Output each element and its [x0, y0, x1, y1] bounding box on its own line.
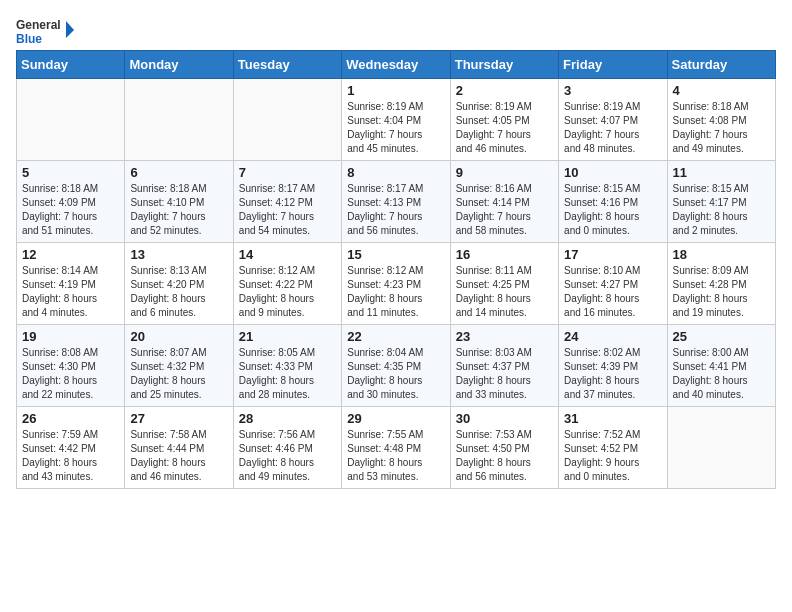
- day-number: 3: [564, 83, 661, 98]
- svg-marker-2: [66, 21, 74, 38]
- calendar-cell: 9Sunrise: 8:16 AM Sunset: 4:14 PM Daylig…: [450, 161, 558, 243]
- day-info: Sunrise: 8:00 AM Sunset: 4:41 PM Dayligh…: [673, 346, 770, 402]
- calendar-cell: 3Sunrise: 8:19 AM Sunset: 4:07 PM Daylig…: [559, 79, 667, 161]
- day-info: Sunrise: 7:52 AM Sunset: 4:52 PM Dayligh…: [564, 428, 661, 484]
- day-info: Sunrise: 8:18 AM Sunset: 4:08 PM Dayligh…: [673, 100, 770, 156]
- day-info: Sunrise: 8:18 AM Sunset: 4:10 PM Dayligh…: [130, 182, 227, 238]
- day-info: Sunrise: 8:17 AM Sunset: 4:13 PM Dayligh…: [347, 182, 444, 238]
- day-info: Sunrise: 8:09 AM Sunset: 4:28 PM Dayligh…: [673, 264, 770, 320]
- day-number: 24: [564, 329, 661, 344]
- svg-text:General: General: [16, 18, 61, 32]
- day-number: 21: [239, 329, 336, 344]
- week-row-0: 1Sunrise: 8:19 AM Sunset: 4:04 PM Daylig…: [17, 79, 776, 161]
- day-info: Sunrise: 7:55 AM Sunset: 4:48 PM Dayligh…: [347, 428, 444, 484]
- calendar-cell: 28Sunrise: 7:56 AM Sunset: 4:46 PM Dayli…: [233, 407, 341, 489]
- weekday-header-row: SundayMondayTuesdayWednesdayThursdayFrid…: [17, 51, 776, 79]
- calendar-cell: 25Sunrise: 8:00 AM Sunset: 4:41 PM Dayli…: [667, 325, 775, 407]
- weekday-header-thursday: Thursday: [450, 51, 558, 79]
- day-info: Sunrise: 8:13 AM Sunset: 4:20 PM Dayligh…: [130, 264, 227, 320]
- week-row-1: 5Sunrise: 8:18 AM Sunset: 4:09 PM Daylig…: [17, 161, 776, 243]
- calendar-cell: 10Sunrise: 8:15 AM Sunset: 4:16 PM Dayli…: [559, 161, 667, 243]
- calendar-cell: 21Sunrise: 8:05 AM Sunset: 4:33 PM Dayli…: [233, 325, 341, 407]
- week-row-3: 19Sunrise: 8:08 AM Sunset: 4:30 PM Dayli…: [17, 325, 776, 407]
- day-info: Sunrise: 8:03 AM Sunset: 4:37 PM Dayligh…: [456, 346, 553, 402]
- day-info: Sunrise: 8:12 AM Sunset: 4:22 PM Dayligh…: [239, 264, 336, 320]
- calendar-cell: [233, 79, 341, 161]
- day-number: 25: [673, 329, 770, 344]
- day-number: 31: [564, 411, 661, 426]
- calendar-cell: 30Sunrise: 7:53 AM Sunset: 4:50 PM Dayli…: [450, 407, 558, 489]
- week-row-4: 26Sunrise: 7:59 AM Sunset: 4:42 PM Dayli…: [17, 407, 776, 489]
- day-number: 13: [130, 247, 227, 262]
- day-info: Sunrise: 8:15 AM Sunset: 4:16 PM Dayligh…: [564, 182, 661, 238]
- day-info: Sunrise: 8:02 AM Sunset: 4:39 PM Dayligh…: [564, 346, 661, 402]
- calendar-cell: 24Sunrise: 8:02 AM Sunset: 4:39 PM Dayli…: [559, 325, 667, 407]
- calendar-cell: 17Sunrise: 8:10 AM Sunset: 4:27 PM Dayli…: [559, 243, 667, 325]
- day-number: 5: [22, 165, 119, 180]
- calendar-cell: 22Sunrise: 8:04 AM Sunset: 4:35 PM Dayli…: [342, 325, 450, 407]
- calendar-cell: 6Sunrise: 8:18 AM Sunset: 4:10 PM Daylig…: [125, 161, 233, 243]
- day-info: Sunrise: 8:16 AM Sunset: 4:14 PM Dayligh…: [456, 182, 553, 238]
- day-info: Sunrise: 8:07 AM Sunset: 4:32 PM Dayligh…: [130, 346, 227, 402]
- calendar-cell: 13Sunrise: 8:13 AM Sunset: 4:20 PM Dayli…: [125, 243, 233, 325]
- calendar-cell: 26Sunrise: 7:59 AM Sunset: 4:42 PM Dayli…: [17, 407, 125, 489]
- calendar-cell: 19Sunrise: 8:08 AM Sunset: 4:30 PM Dayli…: [17, 325, 125, 407]
- day-number: 20: [130, 329, 227, 344]
- calendar-cell: 20Sunrise: 8:07 AM Sunset: 4:32 PM Dayli…: [125, 325, 233, 407]
- day-info: Sunrise: 7:53 AM Sunset: 4:50 PM Dayligh…: [456, 428, 553, 484]
- calendar-cell: 29Sunrise: 7:55 AM Sunset: 4:48 PM Dayli…: [342, 407, 450, 489]
- calendar-cell: 27Sunrise: 7:58 AM Sunset: 4:44 PM Dayli…: [125, 407, 233, 489]
- day-info: Sunrise: 8:14 AM Sunset: 4:19 PM Dayligh…: [22, 264, 119, 320]
- weekday-header-tuesday: Tuesday: [233, 51, 341, 79]
- day-info: Sunrise: 7:59 AM Sunset: 4:42 PM Dayligh…: [22, 428, 119, 484]
- day-number: 8: [347, 165, 444, 180]
- calendar-cell: 1Sunrise: 8:19 AM Sunset: 4:04 PM Daylig…: [342, 79, 450, 161]
- logo: GeneralBlue: [16, 16, 76, 46]
- day-number: 11: [673, 165, 770, 180]
- day-number: 10: [564, 165, 661, 180]
- weekday-header-wednesday: Wednesday: [342, 51, 450, 79]
- day-info: Sunrise: 8:19 AM Sunset: 4:04 PM Dayligh…: [347, 100, 444, 156]
- day-info: Sunrise: 8:05 AM Sunset: 4:33 PM Dayligh…: [239, 346, 336, 402]
- calendar-cell: 4Sunrise: 8:18 AM Sunset: 4:08 PM Daylig…: [667, 79, 775, 161]
- day-info: Sunrise: 8:18 AM Sunset: 4:09 PM Dayligh…: [22, 182, 119, 238]
- svg-text:Blue: Blue: [16, 32, 42, 46]
- day-info: Sunrise: 7:58 AM Sunset: 4:44 PM Dayligh…: [130, 428, 227, 484]
- day-number: 4: [673, 83, 770, 98]
- calendar-cell: 31Sunrise: 7:52 AM Sunset: 4:52 PM Dayli…: [559, 407, 667, 489]
- day-info: Sunrise: 8:19 AM Sunset: 4:05 PM Dayligh…: [456, 100, 553, 156]
- day-number: 22: [347, 329, 444, 344]
- day-number: 17: [564, 247, 661, 262]
- calendar-table: SundayMondayTuesdayWednesdayThursdayFrid…: [16, 50, 776, 489]
- calendar-cell: [667, 407, 775, 489]
- day-number: 14: [239, 247, 336, 262]
- day-number: 9: [456, 165, 553, 180]
- day-number: 19: [22, 329, 119, 344]
- calendar-cell: 14Sunrise: 8:12 AM Sunset: 4:22 PM Dayli…: [233, 243, 341, 325]
- day-number: 16: [456, 247, 553, 262]
- day-number: 26: [22, 411, 119, 426]
- calendar-cell: 11Sunrise: 8:15 AM Sunset: 4:17 PM Dayli…: [667, 161, 775, 243]
- weekday-header-monday: Monday: [125, 51, 233, 79]
- weekday-header-saturday: Saturday: [667, 51, 775, 79]
- day-number: 15: [347, 247, 444, 262]
- week-row-2: 12Sunrise: 8:14 AM Sunset: 4:19 PM Dayli…: [17, 243, 776, 325]
- logo-svg: GeneralBlue: [16, 16, 76, 46]
- day-number: 1: [347, 83, 444, 98]
- calendar-cell: 8Sunrise: 8:17 AM Sunset: 4:13 PM Daylig…: [342, 161, 450, 243]
- day-info: Sunrise: 8:11 AM Sunset: 4:25 PM Dayligh…: [456, 264, 553, 320]
- calendar-cell: [125, 79, 233, 161]
- calendar-cell: 12Sunrise: 8:14 AM Sunset: 4:19 PM Dayli…: [17, 243, 125, 325]
- day-number: 28: [239, 411, 336, 426]
- calendar-cell: 23Sunrise: 8:03 AM Sunset: 4:37 PM Dayli…: [450, 325, 558, 407]
- weekday-header-sunday: Sunday: [17, 51, 125, 79]
- day-number: 12: [22, 247, 119, 262]
- day-info: Sunrise: 8:04 AM Sunset: 4:35 PM Dayligh…: [347, 346, 444, 402]
- day-number: 27: [130, 411, 227, 426]
- day-number: 30: [456, 411, 553, 426]
- day-number: 7: [239, 165, 336, 180]
- day-number: 18: [673, 247, 770, 262]
- day-info: Sunrise: 7:56 AM Sunset: 4:46 PM Dayligh…: [239, 428, 336, 484]
- day-number: 6: [130, 165, 227, 180]
- day-info: Sunrise: 8:19 AM Sunset: 4:07 PM Dayligh…: [564, 100, 661, 156]
